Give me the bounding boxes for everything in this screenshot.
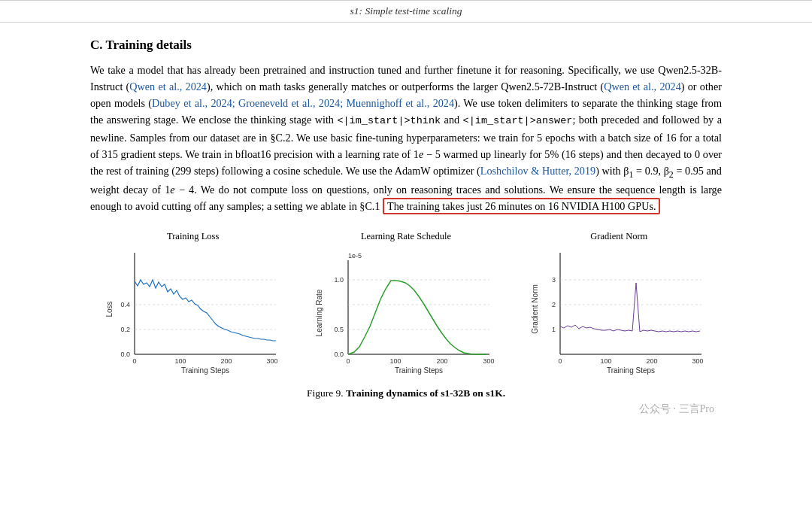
header-bar: s1: Simple test-time scaling xyxy=(0,0,812,23)
section-heading: C. Training details xyxy=(90,38,722,53)
svg-text:0: 0 xyxy=(346,357,350,365)
body-paragraph: We take a model that has already been pr… xyxy=(90,62,722,214)
svg-text:200: 200 xyxy=(436,357,447,365)
training-loss-chart: Training Loss 0.0 0.2 0.4 0 100 200 300 xyxy=(90,231,295,377)
figures-row: Training Loss 0.0 0.2 0.4 0 100 200 300 xyxy=(90,231,722,377)
figure-caption: Figure 9. Training dynamics of s1-32B on… xyxy=(90,387,722,399)
svg-text:300: 300 xyxy=(266,357,277,365)
svg-text:300: 300 xyxy=(483,357,494,365)
p1b: ), which on math tasks generally matches… xyxy=(207,80,604,93)
svg-text:Training Steps: Training Steps xyxy=(181,366,229,375)
svg-text:200: 200 xyxy=(647,357,658,365)
svg-text:Training Steps: Training Steps xyxy=(607,366,655,375)
watermark-text: 公众号 · 三言Pro xyxy=(639,403,714,414)
ref-qwen2024a[interactable]: Qwen et al., 2024 xyxy=(129,80,207,93)
svg-text:0.0: 0.0 xyxy=(120,351,130,358)
training-loss-svg: 0.0 0.2 0.4 0 100 200 300 Training Steps… xyxy=(103,245,283,377)
highlight-sentence: The training takes just 26 minutes on 16… xyxy=(383,198,660,214)
ref-qwen2024b[interactable]: Qwen et al., 2024 xyxy=(604,80,681,93)
watermark: 公众号 · 三言Pro xyxy=(90,402,722,416)
svg-text:3: 3 xyxy=(552,276,556,284)
svg-text:100: 100 xyxy=(389,357,401,365)
svg-text:100: 100 xyxy=(174,357,186,365)
training-loss-title: Training Loss xyxy=(167,231,219,242)
svg-text:Loss: Loss xyxy=(105,302,114,317)
svg-text:200: 200 xyxy=(220,357,232,365)
code-answer: <|im_start|>answer xyxy=(463,115,573,126)
svg-text:0.0: 0.0 xyxy=(334,351,344,358)
gradient-norm-svg: 1 2 3 0 100 200 300 Training Steps Gradi… xyxy=(529,245,709,377)
lr-schedule-chart: Learning Rate Schedule 1e-5 0.0 0.5 1.0 … xyxy=(303,231,508,377)
svg-text:0.2: 0.2 xyxy=(120,326,130,333)
svg-text:1.0: 1.0 xyxy=(334,276,344,284)
svg-text:Learning Rate: Learning Rate xyxy=(315,289,323,336)
lr-title: Learning Rate Schedule xyxy=(361,231,451,242)
svg-text:100: 100 xyxy=(601,357,612,365)
figure-caption-bold: Training dynamics of s1-32B on s1K. xyxy=(346,387,505,399)
svg-text:Gradient Norm: Gradient Norm xyxy=(531,284,539,334)
svg-text:300: 300 xyxy=(692,357,704,365)
svg-text:1: 1 xyxy=(552,326,556,333)
gradient-norm-chart: Gradient Norm 1 2 3 0 100 200 300 Train xyxy=(517,231,722,377)
svg-text:0.5: 0.5 xyxy=(334,326,344,333)
main-content: C. Training details We take a model that… xyxy=(68,23,744,424)
svg-text:Training Steps: Training Steps xyxy=(395,366,443,375)
svg-text:0.4: 0.4 xyxy=(120,301,130,308)
header-title: s1: Simple test-time scaling xyxy=(350,5,462,17)
code-think: <|im_start|>think xyxy=(337,115,441,126)
svg-text:0: 0 xyxy=(559,357,562,365)
svg-text:1e-5: 1e-5 xyxy=(348,252,362,260)
gradient-norm-title: Gradient Norm xyxy=(590,231,647,242)
svg-text:2: 2 xyxy=(552,301,556,308)
lr-schedule-svg: 1e-5 0.0 0.5 1.0 0 100 200 300 Training … xyxy=(312,245,500,377)
ref-dubey2024[interactable]: Dubey et al., 2024; Groeneveld et al., 2… xyxy=(152,97,454,109)
figure-caption-label: Figure 9. xyxy=(307,387,344,399)
svg-text:0: 0 xyxy=(132,357,136,365)
ref-loshchilov2019[interactable]: Loshchilov & Hutter, 2019 xyxy=(480,165,595,177)
